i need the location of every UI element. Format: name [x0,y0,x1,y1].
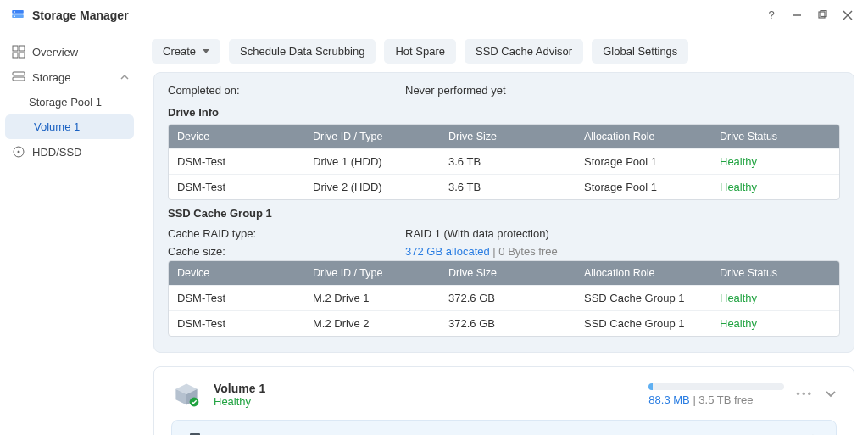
sidebar-item-pool1[interactable]: Storage Pool 1 [0,90,139,114]
svg-rect-9 [13,46,18,51]
volume-icon [171,379,202,410]
sidebar-item-hdd[interactable]: HDD/SSD [0,139,139,165]
sidebar-item-label: Overview [32,46,78,59]
sidebar: Overview Storage Storage Pool 1 Volume 1 [0,31,140,435]
volume-usage-bar: 88.3 MB | 3.5 TB free [648,383,784,406]
svg-rect-11 [13,53,18,58]
global-settings-button[interactable]: Global Settings [592,39,688,64]
col-alloc: Allocation Role [576,125,711,148]
volume-card: Volume 1 Healthy 88.3 MB | 3.5 TB free •… [153,366,854,435]
sidebar-item-label: Storage Pool 1 [29,96,102,109]
minimize-button[interactable] [787,5,807,25]
completed-on-label: Completed on: [168,81,405,99]
svg-rect-13 [13,72,25,75]
drive-info-table: Device Drive ID / Type Drive Size Alloca… [168,124,840,200]
volume-title: Volume 1 [214,382,265,395]
sidebar-item-label: HDD/SSD [32,146,82,159]
table-row[interactable]: DSM-Test Drive 2 (HDD) 3.6 TB Storage Po… [169,174,839,199]
cache-raid-value: RAID 1 (With data protection) [405,225,840,243]
ssd-cache-icon [189,431,203,435]
drive-info-title: Drive Info [168,106,840,119]
overview-icon [12,45,25,59]
toolbar: Create Schedule Data Scrubbing Hot Spare… [140,31,868,72]
svg-rect-10 [19,46,25,51]
titlebar: Storage Manager ? [0,0,868,31]
sidebar-item-volume1[interactable]: Volume 1 [5,114,134,139]
cache-size-label: Cache size: [168,243,405,260]
cache-raid-label: Cache RAID type: [168,225,405,243]
sidebar-item-label: Storage [32,71,71,84]
svg-rect-1 [12,14,24,18]
col-status: Drive Status [711,125,839,148]
col-device: Device [169,125,304,148]
volume-collapse-button[interactable] [825,388,837,402]
table-row[interactable]: DSM-Test M.2 Drive 2 372.6 GB SSD Cache … [169,310,839,336]
col-driveid: Drive ID / Type [304,125,440,148]
scrub-button[interactable]: Schedule Data Scrubbing [229,39,376,64]
storage-pool-pane: Completed on: Never performed yet Drive … [153,72,854,353]
volume-more-button[interactable]: ••• [796,388,813,402]
maximize-button[interactable] [812,5,832,25]
svg-point-2 [14,11,16,13]
table-header: Device Drive ID / Type Drive Size Alloca… [169,125,839,148]
sidebar-item-label: Volume 1 [34,120,80,133]
svg-rect-14 [13,77,25,81]
create-button[interactable]: Create [152,39,220,64]
cache-group-title: SSD Cache Group 1 [168,207,840,220]
table-header: Device Drive ID / Type Drive Size Alloca… [169,261,839,285]
ssd-cache-section: SSD Cache ••• Status: Healthy [171,420,837,435]
svg-point-3 [14,15,16,17]
volume-free: | 3.5 TB free [690,393,754,406]
cache-size-value: 372 GB allocated | 0 Bytes free [405,243,840,260]
app-icon [10,8,25,23]
sidebar-item-storage[interactable]: Storage [0,64,139,90]
volume-used: 88.3 MB [648,393,689,406]
hdd-icon [12,145,25,159]
table-row[interactable]: DSM-Test Drive 1 (HDD) 3.6 TB Storage Po… [169,148,839,174]
col-size: Drive Size [440,125,576,148]
sidebar-item-overview[interactable]: Overview [0,39,139,64]
ssdcache-advisor-button[interactable]: SSD Cache Advisor [465,39,583,64]
volume-status: Healthy [214,395,265,408]
storage-icon [12,70,25,84]
chevron-up-icon [120,71,129,84]
help-button[interactable]: ? [761,5,782,25]
table-row[interactable]: DSM-Test M.2 Drive 1 372.6 GB SSD Cache … [169,285,839,310]
hotspare-button[interactable]: Hot Spare [384,39,456,64]
completed-on-value: Never performed yet [405,81,840,99]
cache-size-allocated-link[interactable]: 372 GB allocated [405,245,490,258]
close-button[interactable] [837,5,858,25]
ssd-cache-collapse-button[interactable] [807,432,819,435]
app-title: Storage Manager [32,8,129,22]
svg-rect-0 [12,10,24,14]
cache-drive-table: Device Drive ID / Type Drive Size Alloca… [168,260,840,337]
svg-point-16 [18,151,20,153]
svg-rect-12 [19,53,25,58]
